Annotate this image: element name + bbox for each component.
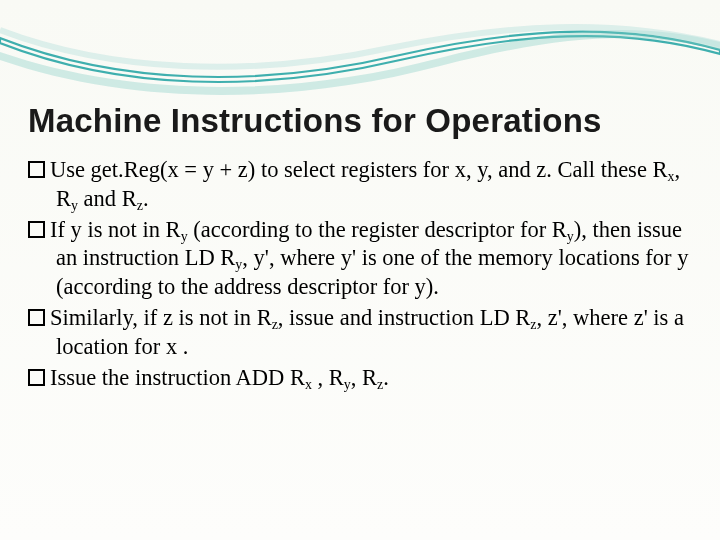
slide-title: Machine Instructions for Operations	[28, 102, 692, 140]
subscript: y	[181, 228, 188, 243]
subscript: y	[344, 376, 351, 391]
text-run: , issue and instruction LD R	[278, 305, 530, 330]
subscript: x	[305, 376, 312, 391]
slide: Machine Instructions for Operations Use …	[0, 0, 720, 540]
bullet-item: Issue the instruction ADD Rx , Ry, Rz.	[28, 364, 692, 393]
body-text: Use get.Reg(x = y + z) to select registe…	[28, 156, 692, 392]
text-run: .	[383, 365, 389, 390]
square-bullet-icon	[28, 369, 45, 386]
content-area: Machine Instructions for Operations Use …	[28, 102, 692, 394]
text-run: and R	[78, 186, 137, 211]
subscript: y	[567, 228, 574, 243]
bullet-item: Use get.Reg(x = y + z) to select registe…	[28, 156, 692, 214]
text-run: , R	[312, 365, 344, 390]
bullet-item: Similarly, if z is not in Rz, issue and …	[28, 304, 692, 362]
text-run: Issue the instruction ADD R	[50, 365, 305, 390]
text-run: .	[143, 186, 149, 211]
text-run: Use get.Reg(x = y + z) to select registe…	[50, 157, 668, 182]
text-run: If y is not in R	[50, 217, 181, 242]
square-bullet-icon	[28, 221, 45, 238]
bullet-item: If y is not in Ry (according to the regi…	[28, 216, 692, 302]
text-run: , R	[351, 365, 377, 390]
square-bullet-icon	[28, 161, 45, 178]
subscript: y	[71, 198, 78, 213]
text-run: (according to the register descriptor fo…	[188, 217, 567, 242]
square-bullet-icon	[28, 309, 45, 326]
text-run: Similarly, if z is not in R	[50, 305, 272, 330]
